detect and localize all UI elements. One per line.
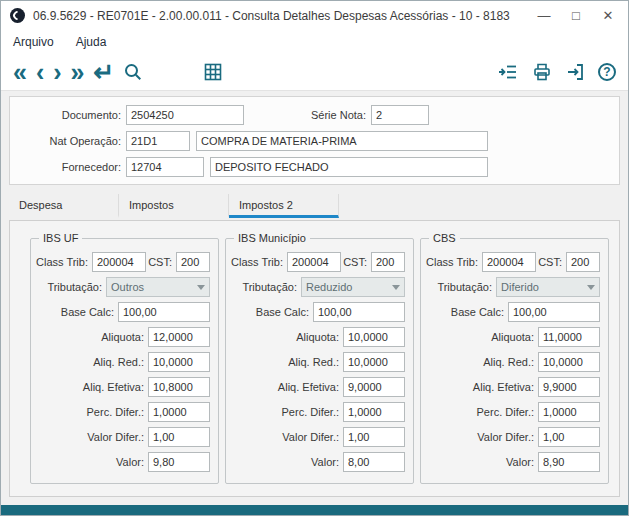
ibs-municipio-cst-input[interactable]	[371, 252, 405, 272]
cbs-cst-input[interactable]	[566, 252, 600, 272]
app-window: 06.9.5629 - RE0701E - 2.00.00.011 - Cons…	[0, 0, 629, 516]
ibs-municipio-tributacao-value: Reduzido	[306, 281, 392, 293]
cbs-perc-difer-input[interactable]	[538, 402, 600, 422]
nat-operacao-row: Nat Operação:	[16, 130, 613, 151]
tab-impostos-2[interactable]: Impostos 2	[229, 194, 339, 218]
cbs-perc-difer-label: Perc. Difer.:	[425, 406, 538, 418]
nat-operacao-desc-input[interactable]	[196, 131, 488, 151]
ibs-uf-valor-input[interactable]	[148, 452, 210, 472]
documento-input[interactable]	[126, 105, 244, 125]
last-record-icon[interactable]: »	[71, 61, 85, 83]
ibs-municipio-aliquota-label: Aliquota:	[230, 331, 343, 343]
ibs-municipio-aliq-efetiva-input[interactable]	[343, 377, 405, 397]
print-icon[interactable]	[532, 62, 552, 82]
cbs-base-calc-input[interactable]	[508, 302, 600, 322]
ibs-municipio-class-trib-input[interactable]	[287, 252, 341, 272]
app-icon	[10, 8, 25, 23]
ibs-municipio-class-trib-label: Class Trib:	[230, 256, 287, 268]
cbs-aliquota-label: Aliquota:	[425, 331, 538, 343]
cbs-aliq-red-input[interactable]	[538, 352, 600, 372]
ibs-uf-base-calc-input[interactable]	[118, 302, 210, 322]
ibs-municipio-valor-label: Valor:	[230, 456, 343, 468]
ibs-municipio-tributacao-label: Tributação:	[230, 281, 301, 293]
group-cbs-title: CBS	[429, 232, 460, 244]
ibs-uf-class-trib-input[interactable]	[92, 252, 146, 272]
cbs-valor-label: Valor:	[425, 456, 538, 468]
impostos2-content: IBS UF Class Trib: CST: Tributação: Outr…	[9, 220, 620, 497]
documento-row: Documento: Série Nota:	[16, 104, 613, 125]
cbs-valor-difer-label: Valor Difer.:	[425, 431, 538, 443]
ibs-municipio-base-calc-input[interactable]	[313, 302, 405, 322]
group-cbs: CBS Class Trib: CST: Tributação: Diferid…	[420, 238, 609, 484]
ibs-uf-valor-difer-label: Valor Difer.:	[35, 431, 148, 443]
fornecedor-code-input[interactable]	[126, 157, 204, 177]
cbs-tributacao-select[interactable]: Diferido	[496, 277, 600, 297]
ibs-municipio-valor-difer-input[interactable]	[343, 427, 405, 447]
chevron-down-icon	[392, 285, 400, 290]
group-ibs-uf: IBS UF Class Trib: CST: Tributação: Outr…	[30, 238, 219, 484]
group-ibs-municipio: IBS Município Class Trib: CST: Tributaçã…	[225, 238, 414, 484]
ibs-municipio-tributacao-select[interactable]: Reduzido	[301, 277, 405, 297]
tab-despesa[interactable]: Despesa	[9, 194, 119, 218]
cbs-aliq-efetiva-input[interactable]	[538, 377, 600, 397]
previous-record-icon[interactable]: ‹	[36, 61, 44, 83]
nat-operacao-code-input[interactable]	[126, 131, 190, 151]
ibs-uf-cst-input[interactable]	[176, 252, 210, 272]
chevron-down-icon	[587, 285, 595, 290]
search-icon[interactable]	[123, 62, 143, 82]
cbs-valor-input[interactable]	[538, 452, 600, 472]
documento-label: Documento:	[16, 109, 121, 121]
ibs-uf-aliq-efetiva-input[interactable]	[148, 377, 210, 397]
serie-nota-input[interactable]	[371, 105, 429, 125]
ibs-uf-valor-difer-input[interactable]	[148, 427, 210, 447]
toolbar-right-group: ?	[497, 62, 616, 82]
toolbar: « ‹ › » ↵	[1, 53, 628, 91]
tab-impostos[interactable]: Impostos	[119, 194, 229, 218]
cbs-tributacao-label: Tributação:	[425, 281, 496, 293]
ibs-municipio-valor-input[interactable]	[343, 452, 405, 472]
return-icon[interactable]: ↵	[93, 61, 114, 83]
ibs-municipio-aliq-red-label: Aliq. Red.:	[230, 356, 343, 368]
fornecedor-row: Fornecedor:	[16, 156, 613, 177]
ibs-municipio-aliq-red-input[interactable]	[343, 352, 405, 372]
maximize-button[interactable]: □	[560, 1, 592, 30]
ibs-uf-tributacao-value: Outros	[111, 281, 197, 293]
window-controls: — □ ✕	[528, 1, 624, 30]
minimize-button[interactable]: —	[528, 1, 560, 30]
ibs-uf-cst-label: CST:	[146, 256, 176, 268]
ibs-uf-aliquota-label: Aliquota:	[35, 331, 148, 343]
ibs-uf-aliq-red-label: Aliq. Red.:	[35, 356, 148, 368]
fornecedor-desc-input[interactable]	[210, 157, 488, 177]
cbs-aliquota-input[interactable]	[538, 327, 600, 347]
cbs-class-trib-input[interactable]	[482, 252, 536, 272]
ibs-uf-aliq-red-input[interactable]	[148, 352, 210, 372]
titlebar: 06.9.5629 - RE0701E - 2.00.00.011 - Cons…	[1, 1, 628, 30]
ibs-uf-perc-difer-input[interactable]	[148, 402, 210, 422]
document-header-panel: Documento: Série Nota: Nat Operação: For…	[9, 96, 620, 185]
ibs-uf-tributacao-label: Tributação:	[35, 281, 106, 293]
grid-view-icon[interactable]	[203, 62, 223, 82]
export-icon[interactable]	[497, 62, 519, 82]
menu-arquivo[interactable]: Arquivo	[13, 35, 54, 49]
first-record-icon[interactable]: «	[13, 61, 27, 83]
cbs-base-calc-label: Base Calc:	[425, 306, 508, 318]
close-button[interactable]: ✕	[592, 1, 624, 30]
exit-icon[interactable]	[565, 62, 585, 82]
tab-strip: Despesa Impostos Impostos 2	[9, 194, 620, 218]
cbs-cst-label: CST:	[536, 256, 566, 268]
ibs-uf-aliquota-input[interactable]	[148, 327, 210, 347]
help-icon[interactable]: ?	[598, 63, 616, 81]
ibs-municipio-aliquota-input[interactable]	[343, 327, 405, 347]
cbs-aliq-red-label: Aliq. Red.:	[425, 356, 538, 368]
menu-ajuda[interactable]: Ajuda	[76, 35, 107, 49]
ibs-uf-tributacao-select[interactable]: Outros	[106, 277, 210, 297]
cbs-valor-difer-input[interactable]	[538, 427, 600, 447]
ibs-municipio-perc-difer-input[interactable]	[343, 402, 405, 422]
next-record-icon[interactable]: ›	[53, 61, 61, 83]
window-title: 06.9.5629 - RE0701E - 2.00.00.011 - Cons…	[33, 9, 528, 23]
serie-nota-label: Série Nota:	[286, 109, 366, 121]
ibs-uf-class-trib-label: Class Trib:	[35, 256, 92, 268]
ibs-uf-valor-label: Valor:	[35, 456, 148, 468]
ibs-municipio-base-calc-label: Base Calc:	[230, 306, 313, 318]
menubar: Arquivo Ajuda	[1, 30, 628, 53]
